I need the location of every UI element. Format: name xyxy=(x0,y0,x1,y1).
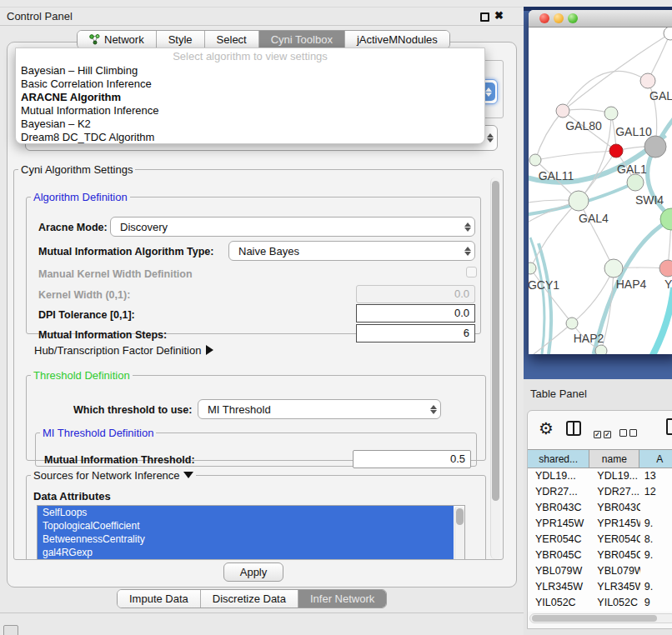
column-header-name[interactable]: name xyxy=(589,450,639,468)
network-canvas[interactable]: GAL GAL80 GAL10 GAL11 GAL1 SWI4 GAL4 GCY… xyxy=(529,28,672,354)
zoom-traffic-light-icon[interactable] xyxy=(568,13,578,23)
tab-impute-data[interactable]: Impute Data xyxy=(118,590,201,608)
tab-jactivemnodules[interactable]: jActiveMNodules xyxy=(345,31,449,48)
node-label: GAL11 xyxy=(539,169,574,182)
control-panel: Control Panel ✖ Network Style Select Cyn… xyxy=(0,0,524,635)
network-node[interactable] xyxy=(659,260,672,277)
manual-kernel-checkbox[interactable] xyxy=(466,267,477,278)
cell: YBR043C xyxy=(589,500,639,516)
deselect-all-checkboxes-icon[interactable] xyxy=(619,425,639,440)
cell xyxy=(640,563,672,579)
network-node[interactable] xyxy=(609,144,623,158)
cell: 12 xyxy=(640,484,672,500)
control-panel-titlebar: Control Panel ✖ xyxy=(0,7,524,26)
combo-value: Naive Bayes xyxy=(229,245,460,258)
mi-threshold-group: MI Threshold Definition Mutual Informati… xyxy=(35,427,477,467)
network-node[interactable] xyxy=(664,28,672,40)
sources-toggle[interactable]: Sources for Network Inference xyxy=(31,469,196,482)
network-node[interactable] xyxy=(595,345,607,354)
network-node[interactable] xyxy=(604,107,618,120)
network-desktop: GAL GAL80 GAL10 GAL11 GAL1 SWI4 GAL4 GCY… xyxy=(524,7,672,379)
tab-label: jActiveMNodules xyxy=(357,33,438,46)
tab-label: Cyni Toolbox xyxy=(271,33,333,46)
network-window-titlebar[interactable] xyxy=(529,10,672,28)
tab-style[interactable]: Style xyxy=(157,31,205,48)
list-item-selected[interactable]: BetweennessCentrality xyxy=(38,532,454,546)
table-row[interactable]: YER054CYER054C8. xyxy=(528,532,672,548)
table-hscrollbar[interactable] xyxy=(529,613,672,623)
tab-network[interactable]: Network xyxy=(78,31,157,48)
tab-label: Select xyxy=(217,33,247,46)
list-item-selected[interactable]: gal4RGexp xyxy=(38,546,454,559)
minimize-traffic-light-icon[interactable] xyxy=(554,13,564,23)
panel-bottom-divider xyxy=(0,612,524,613)
aracne-mode-combobox[interactable]: Discovery xyxy=(110,217,475,237)
tab-cyni-toolbox[interactable]: Cyni Toolbox xyxy=(259,31,345,48)
network-node[interactable] xyxy=(569,191,589,211)
dpi-tolerance-field[interactable]: 0.0 xyxy=(356,304,475,322)
list-scrollbar[interactable] xyxy=(454,507,464,560)
table-row[interactable]: YLR345WYLR345W9. xyxy=(528,579,672,595)
dropdown-item[interactable]: Basic Correlation Inference xyxy=(16,78,484,91)
mi-threshold-field[interactable]: 0.5 xyxy=(353,450,471,468)
scrollbar-thumb[interactable] xyxy=(456,508,464,525)
mi-type-label: Mutual Information Algorithm Type: xyxy=(38,246,213,258)
dropdown-item[interactable]: Dream8 DC_TDC Algorithm xyxy=(16,131,484,144)
table-row[interactable]: YBR043CYBR043C xyxy=(528,500,672,516)
data-attributes-list[interactable]: SelfLoops TopologicalCoefficient Between… xyxy=(37,505,465,560)
list-item-selected[interactable]: SelfLoops xyxy=(38,506,454,519)
list-item-selected[interactable]: TopologicalCoefficient xyxy=(38,519,454,532)
network-window[interactable]: GAL GAL80 GAL10 GAL11 GAL1 SWI4 GAL4 GCY… xyxy=(529,10,672,354)
network-node[interactable] xyxy=(627,174,644,191)
network-node[interactable] xyxy=(644,136,666,158)
cell: YBR045C xyxy=(528,548,589,563)
table-row[interactable]: YBR045CYBR045C9. xyxy=(528,548,672,563)
float-window-icon[interactable] xyxy=(480,12,489,22)
which-threshold-combobox[interactable]: MI Threshold xyxy=(198,399,441,419)
minimized-panel-icon[interactable] xyxy=(3,625,18,635)
cell: YBR045C xyxy=(589,548,639,563)
table-row[interactable]: YPR145WYPR145W9. xyxy=(528,516,672,532)
apply-button[interactable]: Apply xyxy=(223,562,283,582)
list-item-selected[interactable] xyxy=(38,559,454,560)
select-all-checkboxes-icon[interactable]: ✓✓ xyxy=(594,425,614,440)
cyni-bottom-tabbar: Impute Data Discretize Data Infer Networ… xyxy=(117,589,387,608)
network-node[interactable] xyxy=(529,154,541,166)
table-row[interactable]: YDR27...YDR27...12 xyxy=(528,484,672,500)
tab-select[interactable]: Select xyxy=(205,31,259,48)
tab-discretize-data[interactable]: Discretize Data xyxy=(201,590,298,608)
export-table-icon[interactable] xyxy=(666,418,672,435)
gear-icon[interactable]: ⚙ xyxy=(539,418,554,438)
network-node[interactable] xyxy=(556,104,569,118)
tab-infer-network[interactable]: Infer Network xyxy=(298,590,386,608)
network-node[interactable] xyxy=(566,318,578,329)
close-traffic-light-icon[interactable] xyxy=(539,13,549,23)
column-header-shared-name[interactable]: shared... xyxy=(528,450,589,468)
cell: YLR345W xyxy=(528,579,589,595)
dropdown-item[interactable]: Bayesian – K2 xyxy=(16,118,484,131)
table-row[interactable]: YDL19...YDL19...13 xyxy=(528,468,672,484)
tab-label: Discretize Data xyxy=(213,592,286,605)
dropdown-item-highlighted[interactable]: ARACNE Algorithm xyxy=(16,91,484,104)
hub-definition-toggle[interactable]: Hub/Transcription Factor Definition xyxy=(34,344,213,357)
cell: YIL052C xyxy=(589,595,639,611)
mi-steps-field[interactable]: 6 xyxy=(356,324,475,342)
kernel-width-field[interactable]: 0.0 xyxy=(356,285,475,303)
dropdown-item[interactable]: Mutual Information Inference xyxy=(16,104,484,118)
table-row[interactable]: YIL052CYIL052C9 xyxy=(528,595,672,611)
scrollbar-thumb[interactable] xyxy=(532,615,657,622)
group-title: Algorithm Definition xyxy=(31,191,130,203)
table-row[interactable]: YBL079WYBL079W xyxy=(528,563,672,579)
network-node[interactable] xyxy=(640,73,655,88)
dropdown-item[interactable]: Bayesian – Hill Climbing xyxy=(16,64,484,78)
mi-threshold-label: Mutual Information Threshold: xyxy=(44,454,195,466)
cell xyxy=(640,500,672,516)
column-header-next[interactable]: A xyxy=(639,450,672,468)
network-node[interactable] xyxy=(604,259,623,278)
close-icon[interactable]: ✖ xyxy=(494,9,504,22)
columns-icon[interactable] xyxy=(566,421,581,436)
settings-scrollbar[interactable] xyxy=(490,178,500,559)
mi-type-combobox[interactable]: Naive Bayes xyxy=(228,241,475,261)
scrollbar-thumb[interactable] xyxy=(492,181,499,501)
network-node[interactable] xyxy=(529,262,536,274)
